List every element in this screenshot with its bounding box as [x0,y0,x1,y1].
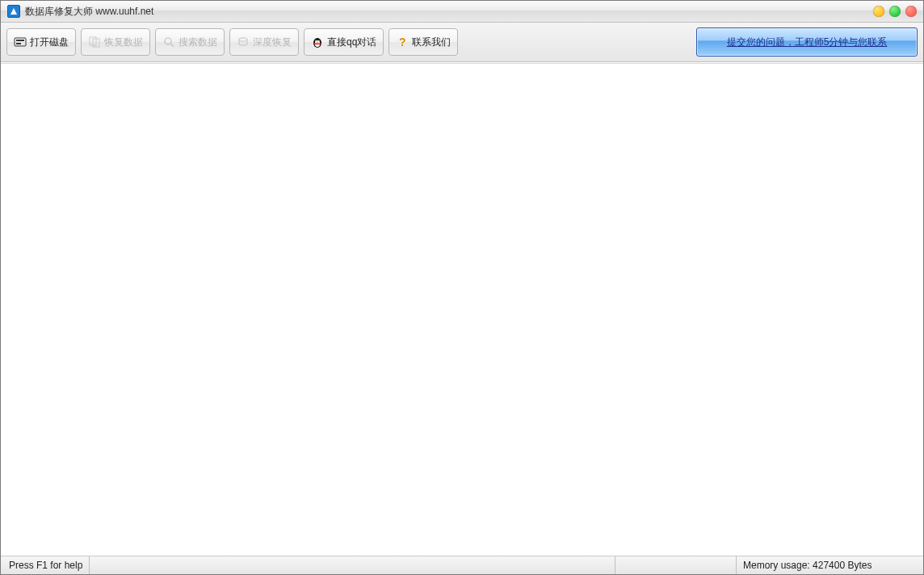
svg-rect-2 [16,40,24,41]
recover-data-label: 恢复数据 [104,36,143,49]
submit-question-button[interactable]: 提交您的问题，工程师5分钟与您联系 [696,27,918,57]
submit-question-label: 提交您的问题，工程师5分钟与您联系 [727,36,888,49]
search-data-label: 搜索数据 [178,36,217,49]
svg-rect-1 [15,38,26,46]
svg-point-13 [316,40,317,41]
contact-us-label: 联系我们 [412,36,451,49]
window-title: 数据库修复大师 www.uuhf.net [25,5,153,19]
recover-icon [88,36,101,48]
content-area [1,62,923,556]
deep-recover-icon [237,36,250,48]
status-spacer [89,556,615,574]
recover-data-button: 恢复数据 [81,28,150,56]
svg-rect-3 [16,43,21,44]
svg-point-15 [317,42,319,43]
svg-point-6 [165,38,171,44]
qq-penguin-icon [311,36,324,48]
svg-marker-0 [10,8,17,15]
svg-rect-16 [314,44,321,45]
svg-line-7 [170,44,174,47]
toolbar: 打开磁盘 恢复数据 搜索数据 [1,23,923,62]
search-icon [162,36,175,48]
maximize-button[interactable] [889,6,901,17]
status-mid-cell [615,556,736,574]
app-icon [7,5,20,18]
open-disk-label: 打开磁盘 [30,36,69,49]
contact-us-button[interactable]: ? 联系我们 [388,28,458,56]
status-memory-text: Memory usage: 427400 Bytes [736,556,923,574]
title-bar: 数据库修复大师 www.uuhf.net [1,1,923,23]
svg-point-8 [239,38,247,41]
open-disk-button[interactable]: 打开磁盘 [6,28,76,56]
status-bar: Press F1 for help Memory usage: 427400 B… [1,556,923,574]
status-help-text: Press F1 for help [1,556,89,574]
qq-chat-label: 直接qq对话 [327,36,376,49]
minimize-button[interactable] [873,6,884,17]
qq-chat-button[interactable]: 直接qq对话 [304,28,384,56]
deep-recover-label: 深度恢复 [253,36,292,49]
close-button[interactable] [905,6,917,17]
window-controls [873,6,917,17]
disk-icon [14,36,27,48]
question-icon: ? [396,36,409,48]
svg-point-14 [318,40,319,41]
app-window: 数据库修复大师 www.uuhf.net 打开磁盘 [0,0,924,575]
search-data-button: 搜索数据 [155,28,225,56]
deep-recover-button: 深度恢复 [229,28,299,56]
